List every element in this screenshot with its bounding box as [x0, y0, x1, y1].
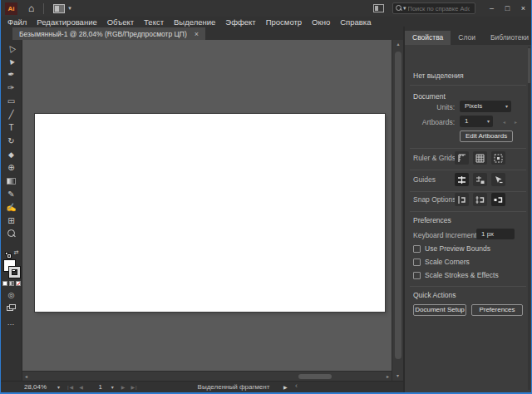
- artboards-select[interactable]: 1 ▾: [460, 116, 493, 127]
- artboard-prev-icon[interactable]: ◂: [503, 119, 505, 125]
- shape-builder-tool[interactable]: ⊕: [1, 161, 22, 175]
- artboards-value: 1: [465, 116, 468, 127]
- tab-libraries[interactable]: Библиотеки: [483, 31, 531, 45]
- next-artboard-icon[interactable]: ▶: [121, 384, 126, 390]
- color-button[interactable]: [2, 281, 7, 286]
- properties-panel: Свойства Слои Библиотеки Нет выделения D…: [403, 27, 531, 392]
- ruler-toggle-button[interactable]: [455, 151, 469, 165]
- separator: [410, 211, 526, 212]
- snap-to-grid-button[interactable]: [473, 193, 487, 206]
- show-guides-button[interactable]: [455, 173, 469, 186]
- first-artboard-icon[interactable]: |◀: [67, 384, 74, 390]
- rotate-tool[interactable]: ↻: [1, 135, 22, 148]
- pencil-tool[interactable]: ✎: [1, 188, 22, 201]
- artboard-next-icon[interactable]: ▸: [515, 119, 517, 125]
- ruler-grids-label: Ruler & Grids: [413, 154, 456, 162]
- zoom-dropdown-icon[interactable]: ▾: [57, 384, 60, 390]
- separator: [410, 286, 526, 287]
- default-colors-icon[interactable]: [5, 252, 11, 258]
- search-input[interactable]: [408, 5, 470, 12]
- scale-corners-checkbox[interactable]: [413, 259, 421, 266]
- panel-scrollbar[interactable]: [528, 47, 530, 390]
- tab-layers[interactable]: Слои: [451, 31, 483, 45]
- rectangle-tool[interactable]: ▭: [1, 95, 22, 108]
- edit-toolbar-icon[interactable]: …: [7, 318, 16, 327]
- swap-colors-icon[interactable]: ⇄: [14, 249, 19, 256]
- paintbrush-tool[interactable]: ✍: [1, 201, 22, 214]
- menu-file[interactable]: Файл: [7, 17, 27, 27]
- document-tab[interactable]: Безымянный-1 @ 28,04% (RGB/Предпросмотр …: [12, 27, 205, 40]
- artboard-dropdown-icon[interactable]: ▾: [111, 384, 114, 390]
- status-back-icon[interactable]: ‹: [295, 382, 298, 390]
- artboard[interactable]: [35, 114, 385, 312]
- menu-help[interactable]: Справка: [340, 17, 371, 27]
- menu-window[interactable]: Окно: [312, 17, 330, 27]
- titlebar-divider: [43, 3, 44, 14]
- help-search-box[interactable]: ▾: [392, 2, 475, 14]
- document-section-header: Document: [413, 92, 446, 101]
- menu-type[interactable]: Текст: [144, 17, 164, 27]
- drawing-modes-icon[interactable]: ◎: [8, 291, 15, 299]
- app-logo-icon: Ai: [5, 2, 17, 15]
- keyboard-increment-input[interactable]: 1 px: [476, 229, 515, 239]
- eraser-tool[interactable]: ◆: [1, 148, 22, 161]
- type-tool[interactable]: T: [1, 121, 22, 135]
- vertical-scroll-thumb[interactable]: [395, 52, 401, 359]
- menu-edit[interactable]: Редактирование: [37, 17, 96, 27]
- screen-mode-icon[interactable]: [7, 304, 16, 312]
- tab-close-icon[interactable]: ×: [195, 30, 199, 38]
- menu-effect[interactable]: Эффект: [225, 17, 255, 27]
- artboard-tool[interactable]: ⊞: [1, 214, 22, 228]
- search-chevron-icon[interactable]: ▾: [403, 5, 406, 12]
- line-segment-tool[interactable]: ╱: [1, 108, 22, 121]
- document-tabbar: Безымянный-1 @ 28,04% (RGB/Предпросмотр …: [1, 27, 403, 40]
- scale-strokes-checkbox[interactable]: [413, 272, 421, 279]
- scroll-down-icon[interactable]: ▾: [392, 371, 403, 381]
- tab-properties[interactable]: Свойства: [405, 31, 451, 45]
- status-display[interactable]: Выделенный фрагмент: [188, 383, 279, 391]
- vertical-scrollbar[interactable]: ▴: [392, 40, 403, 371]
- menu-object[interactable]: Объект: [107, 17, 134, 27]
- tools-panel: △ ▲ ✒ ✑ ▭ ╱ T ↻ ◆ ⊕ ✎ ✍ ⊞ ⇄ ◎ …: [1, 40, 22, 381]
- status-forward-icon[interactable]: ▶: [283, 384, 288, 390]
- lock-guides-button[interactable]: [473, 173, 487, 186]
- smart-guides-button[interactable]: [491, 173, 505, 186]
- horizontal-scroll-thumb[interactable]: [298, 374, 332, 379]
- preferences-button[interactable]: Preferences: [471, 304, 523, 316]
- units-select[interactable]: Pixels ▾: [460, 101, 511, 112]
- artboard-number-field[interactable]: 1: [93, 383, 108, 391]
- minimize-button[interactable]: –: [484, 0, 500, 17]
- prev-artboard-icon[interactable]: ◀: [79, 384, 84, 390]
- maximize-button[interactable]: □: [500, 0, 515, 17]
- menu-view[interactable]: Просмотр: [266, 17, 302, 27]
- edit-artboards-button[interactable]: Edit Artboards: [460, 131, 513, 142]
- zoom-tool[interactable]: [7, 229, 16, 239]
- scroll-up-icon[interactable]: ▴: [392, 41, 404, 47]
- panel-layout-icon[interactable]: [373, 4, 384, 12]
- gradient-button[interactable]: [9, 281, 14, 286]
- home-icon[interactable]: ⌂: [28, 0, 34, 17]
- chevron-down-icon: ▾: [487, 116, 490, 127]
- curvature-tool[interactable]: ✑: [1, 81, 22, 95]
- panel-scroll-thumb[interactable]: [528, 48, 530, 83]
- horizontal-scrollbar[interactable]: ◂ ▸: [22, 371, 392, 381]
- snap-to-point-button[interactable]: [455, 193, 469, 206]
- zoom-level-field[interactable]: 28,04%: [24, 383, 56, 391]
- pixel-grid-toggle-button[interactable]: [491, 151, 505, 165]
- separator: [410, 148, 526, 149]
- menu-select[interactable]: Выделение: [174, 17, 215, 27]
- document-setup-button[interactable]: Document Setup: [413, 304, 466, 316]
- canvas[interactable]: [22, 40, 392, 371]
- keyboard-increment-label: Keyboard Increment:: [413, 231, 479, 239]
- none-button[interactable]: [16, 281, 21, 286]
- chevron-down-icon[interactable]: ▾: [68, 5, 71, 12]
- gradient-tool[interactable]: [7, 178, 16, 185]
- arrange-documents-icon[interactable]: [53, 4, 65, 13]
- use-preview-bounds-checkbox[interactable]: [413, 245, 421, 253]
- snap-to-pixel-button[interactable]: [491, 193, 505, 206]
- grid-toggle-button[interactable]: [473, 151, 487, 165]
- window-controls: – □ ×: [484, 0, 531, 17]
- close-button[interactable]: ×: [515, 0, 531, 17]
- stroke-swatch[interactable]: [9, 267, 20, 278]
- last-artboard-icon[interactable]: ▶|: [131, 384, 137, 390]
